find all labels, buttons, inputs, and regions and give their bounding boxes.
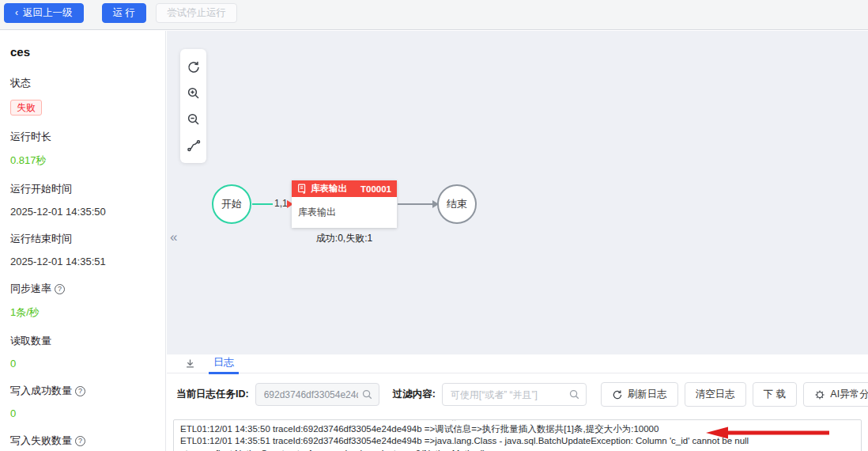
help-icon[interactable]: ?: [55, 284, 65, 294]
write-success-value: 0: [10, 407, 154, 419]
table-output-icon: [297, 184, 307, 194]
ai-analysis-label: AI异常分析助手: [830, 388, 868, 401]
search-icon[interactable]: [568, 388, 580, 400]
zoom-in-icon[interactable]: [180, 80, 206, 106]
app-window: ‹返回上一级 运 行 尝试停止运行 ces 状态 失败 运行时长 0.817秒 …: [0, 0, 868, 451]
refresh-logs-label: 刷新日志: [628, 388, 667, 401]
search-icon[interactable]: [361, 388, 373, 400]
start-time-value: 2025-12-01 14:35:50: [10, 206, 154, 218]
flow-node-body: 库表输出: [292, 197, 397, 228]
zoom-out-icon[interactable]: [180, 106, 206, 132]
refresh-canvas-icon[interactable]: [180, 54, 206, 80]
flow-end-node[interactable]: 结束: [437, 184, 477, 224]
write-fail-label: 写入失败数量: [10, 434, 72, 448]
flow-node-status: 成功:0,失败:1: [292, 232, 397, 245]
end-time-value: 2025-12-01 14:35:51: [10, 256, 154, 267]
log-output-box[interactable]: ETL01:12/01 14:35:50 traceId:692d3746df3…: [173, 419, 862, 451]
run-detail-sidebar: ces 状态 失败 运行时长 0.817秒 运行开始时间 2025-12-01 …: [0, 31, 166, 451]
log-line: ETL01:12/01 14:35:51 traceId:692d3746df3…: [180, 435, 855, 448]
log-filter-row: 当前日志任务ID: 过滤内容: 刷新日志 清空日志 下: [176, 382, 868, 407]
filter-input[interactable]: [442, 383, 587, 406]
start-time-label: 运行开始时间: [10, 182, 154, 196]
flow-node-title: 库表输出: [311, 183, 347, 195]
status-label: 状态: [10, 76, 154, 90]
read-count-label: 读取数量: [10, 334, 154, 348]
log-lines: ETL01:12/01 14:35:50 traceId:692d3746df3…: [174, 419, 861, 451]
auto-layout-icon[interactable]: [180, 132, 206, 158]
sync-rate-value: 1条/秒: [10, 305, 154, 320]
duration-value: 0.817秒: [10, 153, 154, 168]
sync-rate-label: 同步速率: [10, 282, 51, 296]
log-line: ETL01:12/01 14:35:50 traceId:692d3746df3…: [180, 423, 855, 436]
flow-node-header: 库表输出 T00001: [292, 180, 397, 197]
log-tab-bar: 日志: [167, 354, 868, 373]
log-line: at sun.reflect.NativeConstructorAccessor…: [180, 448, 855, 451]
task-id-label: 当前日志任务ID:: [176, 388, 249, 401]
collapse-sidebar-icon[interactable]: «: [170, 229, 177, 245]
flow-canvas[interactable]: «: [167, 31, 868, 354]
flow-node-table-output[interactable]: 库表输出 T00001 库表输出: [292, 180, 397, 228]
log-panel: 日志 当前日志任务ID: 过滤内容: 刷新日志: [167, 354, 868, 451]
download-log-icon[interactable]: [184, 358, 196, 370]
run-button[interactable]: 运 行: [102, 3, 146, 23]
duration-label: 运行时长: [10, 130, 154, 144]
edge-start-to-node: [252, 203, 273, 205]
ai-gear-icon: [814, 389, 825, 400]
read-count-value: 0: [10, 358, 154, 370]
end-time-label: 运行结束时间: [10, 232, 154, 246]
download-logs-button[interactable]: 下 载: [753, 382, 797, 407]
flow-node-code: T00001: [360, 184, 391, 194]
help-icon[interactable]: ?: [75, 436, 85, 446]
clear-logs-button[interactable]: 清空日志: [685, 382, 746, 407]
tab-logs[interactable]: 日志: [213, 354, 234, 373]
stop-run-button: 尝试停止运行: [156, 3, 237, 23]
topbar: ‹返回上一级 运 行 尝试停止运行: [0, 0, 868, 30]
status-badge: 失败: [10, 100, 42, 116]
refresh-logs-button[interactable]: 刷新日志: [601, 382, 678, 407]
flow-start-node[interactable]: 开始: [212, 184, 251, 224]
back-button[interactable]: ‹返回上一级: [4, 3, 84, 23]
edge-node-to-end: [398, 203, 432, 205]
write-success-label: 写入成功数量: [10, 384, 72, 398]
chevron-left-icon: ‹: [15, 7, 18, 18]
canvas-toolbar: [180, 49, 206, 163]
refresh-icon: [612, 389, 623, 400]
filter-label: 过滤内容:: [393, 388, 436, 401]
help-icon[interactable]: ?: [75, 386, 85, 396]
task-name: ces: [10, 45, 154, 59]
edge-count-label: 1,1: [274, 198, 288, 209]
back-button-label: 返回上一级: [23, 7, 73, 18]
ai-analysis-button[interactable]: AI异常分析助手: [803, 382, 868, 407]
